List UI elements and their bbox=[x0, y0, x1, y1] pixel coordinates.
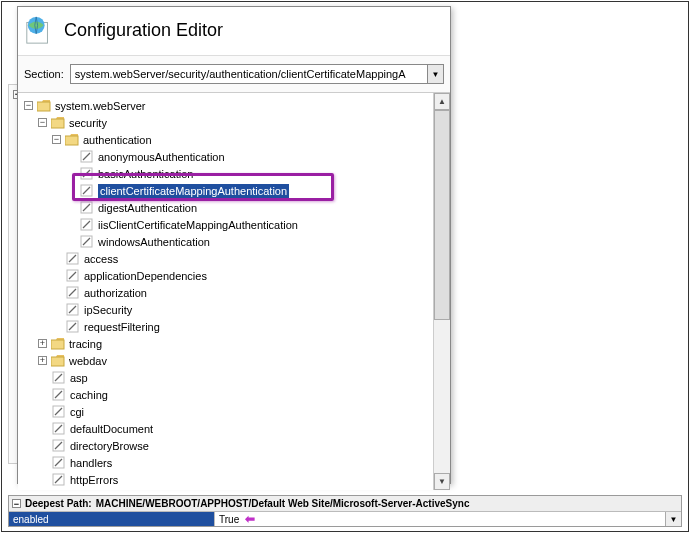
tree-item-label[interactable]: windowsAuthentication bbox=[98, 236, 210, 248]
config-item-icon bbox=[66, 303, 80, 316]
config-item-icon bbox=[52, 473, 66, 486]
tree-item-label[interactable]: requestFiltering bbox=[84, 321, 160, 333]
config-item-icon bbox=[52, 405, 66, 418]
chevron-down-icon[interactable]: ▼ bbox=[665, 512, 681, 526]
tree-item-label[interactable]: asp bbox=[70, 372, 88, 384]
section-tree[interactable]: − system.webServer − security − authenti… bbox=[18, 93, 433, 490]
tree-item-label[interactable]: ipSecurity bbox=[84, 304, 132, 316]
folder-icon bbox=[65, 133, 79, 146]
tree-item-label[interactable]: handlers bbox=[70, 457, 112, 469]
config-item-icon bbox=[66, 320, 80, 333]
config-item-icon bbox=[66, 286, 80, 299]
config-item-icon bbox=[80, 184, 94, 197]
config-item-icon bbox=[52, 371, 66, 384]
collapse-icon[interactable]: − bbox=[24, 101, 33, 110]
tree-node-label: system.webServer bbox=[55, 100, 145, 112]
tree-item-label[interactable]: defaultDocument bbox=[70, 423, 153, 435]
section-combobox[interactable]: system.webServer/security/authentication… bbox=[70, 64, 444, 84]
vertical-scrollbar[interactable]: ▲ ▼ bbox=[433, 93, 450, 490]
config-item-icon bbox=[52, 439, 66, 452]
prop-name: enabled bbox=[13, 514, 49, 525]
svg-rect-16 bbox=[51, 340, 64, 349]
tree-item-label[interactable]: caching bbox=[70, 389, 108, 401]
config-item-icon bbox=[66, 252, 80, 265]
tree-node-label[interactable]: webdav bbox=[69, 355, 107, 367]
globe-page-icon bbox=[24, 15, 54, 45]
folder-icon bbox=[37, 99, 51, 112]
config-editor-popup: Configuration Editor Section: system.web… bbox=[17, 6, 451, 484]
svg-rect-4 bbox=[65, 136, 78, 145]
tree-item-label[interactable]: httpErrors bbox=[70, 474, 118, 486]
tree-item-label[interactable]: cgi bbox=[70, 406, 84, 418]
tree-item-label[interactable]: anonymousAuthentication bbox=[98, 151, 225, 163]
page-title: Configuration Editor bbox=[64, 20, 223, 41]
expand-icon[interactable]: + bbox=[38, 339, 47, 348]
tree-item-label[interactable]: access bbox=[84, 253, 118, 265]
prop-name-cell[interactable]: enabled bbox=[9, 512, 215, 526]
scroll-track[interactable] bbox=[434, 110, 450, 473]
tree-node-label[interactable]: tracing bbox=[69, 338, 102, 350]
expand-icon[interactable]: + bbox=[38, 356, 47, 365]
folder-icon bbox=[51, 354, 65, 367]
config-item-icon bbox=[52, 422, 66, 435]
collapse-icon[interactable]: − bbox=[52, 135, 61, 144]
tree-item-label[interactable]: digestAuthentication bbox=[98, 202, 197, 214]
config-item-icon bbox=[52, 456, 66, 469]
config-item-icon bbox=[66, 269, 80, 282]
arrow-annotation-icon: ⬅ bbox=[245, 512, 255, 526]
svg-rect-17 bbox=[51, 357, 64, 366]
tree-node-label: authentication bbox=[83, 134, 152, 146]
tree-item-label[interactable]: authorization bbox=[84, 287, 147, 299]
config-item-icon bbox=[80, 167, 94, 180]
property-grid: − Deepest Path: MACHINE/WEBROOT/APPHOST/… bbox=[8, 495, 682, 527]
folder-icon bbox=[51, 337, 65, 350]
prop-value-cell[interactable]: True ⬅ ▼ bbox=[215, 512, 681, 526]
prop-value: True bbox=[219, 514, 239, 525]
config-item-icon bbox=[80, 218, 94, 231]
tree-node-label: security bbox=[69, 117, 107, 129]
config-item-icon bbox=[52, 388, 66, 401]
tree-item-label[interactable]: basicAuthentication bbox=[98, 168, 193, 180]
tree-item-selected[interactable]: clientCertificateMappingAuthentication bbox=[98, 184, 289, 198]
svg-rect-2 bbox=[37, 102, 50, 111]
config-item-icon bbox=[80, 235, 94, 248]
tree-item-label[interactable]: applicationDependencies bbox=[84, 270, 207, 282]
section-label: Section: bbox=[24, 68, 64, 80]
tree-item-label[interactable]: iisClientCertificateMappingAuthenticatio… bbox=[98, 219, 298, 231]
chevron-down-icon[interactable]: ▼ bbox=[427, 65, 443, 83]
tree-item-label[interactable]: directoryBrowse bbox=[70, 440, 149, 452]
scroll-thumb[interactable] bbox=[434, 110, 450, 320]
config-item-icon bbox=[80, 201, 94, 214]
collapse-icon[interactable]: − bbox=[12, 499, 21, 508]
section-value: system.webServer/security/authentication… bbox=[71, 68, 427, 80]
svg-rect-3 bbox=[51, 119, 64, 128]
folder-icon bbox=[51, 116, 65, 129]
prop-header-key: Deepest Path: bbox=[25, 498, 92, 509]
collapse-icon[interactable]: − bbox=[38, 118, 47, 127]
config-item-icon bbox=[80, 150, 94, 163]
scroll-up-icon[interactable]: ▲ bbox=[434, 93, 450, 110]
prop-header-value: MACHINE/WEBROOT/APPHOST/Default Web Site… bbox=[96, 498, 470, 509]
scroll-down-icon[interactable]: ▼ bbox=[434, 473, 450, 490]
